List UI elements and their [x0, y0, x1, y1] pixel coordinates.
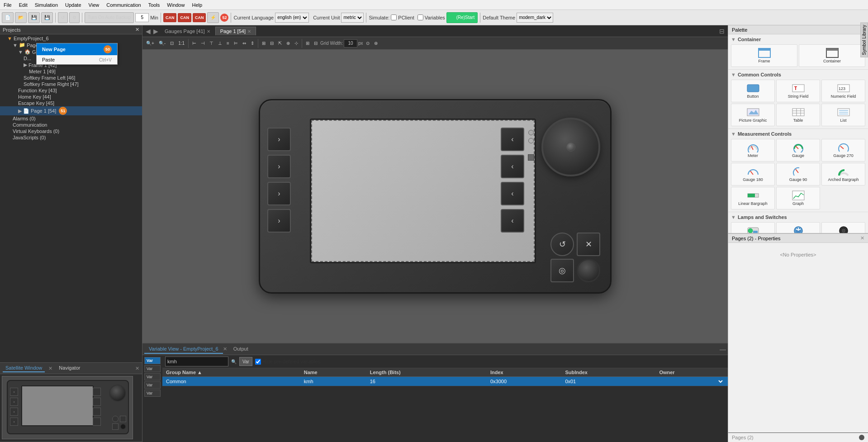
tree-communication[interactable]: Communication [0, 122, 142, 128]
align-bottom-button[interactable]: ⊨ [232, 38, 240, 48]
distribute-h-button[interactable]: ⇔ [241, 38, 248, 48]
palette-power-switch[interactable]: Power Switch [776, 222, 820, 233]
icon-btn-target[interactable]: ◎ [550, 259, 574, 282]
palette-gauge[interactable]: Gauge [776, 139, 820, 162]
menu-communication[interactable]: Communication [103, 1, 144, 9]
icon-btn-x[interactable]: ✕ [577, 233, 600, 256]
palette-gauge180[interactable]: Gauge 180 [731, 163, 775, 185]
align-middle-button[interactable]: ≡ [225, 38, 231, 48]
saveas-button[interactable]: 💾 [41, 12, 53, 23]
grid-width-input[interactable] [344, 39, 357, 48]
can3-button[interactable]: CAN [193, 13, 206, 22]
softkey-left-3[interactable]: › [267, 182, 291, 205]
palette-numeric-field[interactable]: 123 Numeric Field [821, 80, 865, 102]
menu-window[interactable]: Window [163, 1, 188, 9]
tab-page1[interactable]: Page 1 [54] ✕ [215, 27, 256, 35]
tab-nav-collapse[interactable]: ⊟ [718, 28, 726, 35]
var-btn-4[interactable]: Var [144, 381, 161, 389]
var-btn-2[interactable]: Var [144, 365, 161, 372]
ungroup-button[interactable]: ⊟ [268, 38, 275, 48]
can-settings-button[interactable]: ⚡ [207, 12, 219, 23]
ctx-new-page[interactable]: New Page 50 [37, 43, 117, 55]
variables-check[interactable]: Variables [417, 14, 445, 20]
icon-btn-joystick[interactable] [577, 259, 600, 282]
palette-linear-bargraph[interactable]: Linear Bargraph [731, 187, 775, 209]
size-button[interactable]: ⇱ [276, 38, 284, 48]
language-select[interactable]: english (en) [275, 13, 309, 23]
palette-string-field[interactable]: T String Field [776, 80, 820, 102]
bottom-panel-close[interactable]: — [720, 346, 726, 353]
palette-button[interactable]: Button [731, 80, 775, 102]
knob[interactable] [541, 118, 600, 176]
satellite-close[interactable]: ✕ [135, 366, 139, 371]
palette-push-switch[interactable]: Push Switch [821, 222, 865, 233]
var-search-button[interactable]: Var [239, 357, 252, 366]
tree-softkey-left[interactable]: Softkey Frame Left [46] [0, 75, 142, 81]
palette-graph[interactable]: Graph [776, 187, 820, 209]
tree-function-key[interactable]: Function Key [43] [0, 87, 142, 94]
align-right-button[interactable]: ⊤ [208, 38, 215, 48]
palette-picture-graphic[interactable]: Picture Graphic [731, 104, 775, 126]
tree-home-key[interactable]: Home Key [44] [0, 94, 142, 100]
tree-meter1[interactable]: Meter 1 [49] [0, 68, 142, 75]
grid-toggle-button[interactable]: ⊟ [312, 38, 319, 48]
tree-escape-key[interactable]: Escape Key [45] [0, 100, 142, 106]
softkey-right-1[interactable]: ‹ [501, 128, 524, 151]
pclient-check[interactable]: PClient [391, 14, 414, 20]
props-close[interactable]: ✕ [860, 235, 864, 241]
menu-help[interactable]: Help [188, 1, 206, 9]
settings-button[interactable]: ⚙ [69, 12, 80, 23]
can2-button[interactable]: CAN [178, 13, 191, 22]
theme-select[interactable]: modern_dark [517, 13, 553, 23]
softkey-left-2[interactable]: › [267, 155, 291, 178]
softkey-right-4[interactable]: ‹ [501, 209, 524, 233]
autobackup-button[interactable]: Turn On Auto Backup [85, 12, 134, 23]
grid-settings-button[interactable]: ⊞ [304, 38, 311, 48]
zoom-100-button[interactable]: 1:1 [176, 38, 186, 48]
tab-page1-close[interactable]: ✕ [247, 29, 251, 34]
palette-table[interactable]: Table [776, 104, 820, 126]
softkey-right-3[interactable]: ‹ [501, 182, 524, 205]
tree-softkey-right[interactable]: Softkey Frame Right [47] [0, 81, 142, 87]
menu-edit[interactable]: Edit [15, 1, 31, 9]
palette-arched-bargraph[interactable]: Arched Bargraph [821, 163, 865, 185]
palette-gauge90[interactable]: Gauge 90 [776, 163, 820, 185]
palette-lamp[interactable]: Lamp [731, 222, 775, 233]
menu-update[interactable]: Update [62, 1, 85, 9]
tab-gauges-close[interactable]: ✕ [207, 29, 210, 34]
backup-num-input[interactable] [135, 13, 149, 22]
var-search-input[interactable] [165, 356, 228, 366]
zoom-fit-button[interactable]: ⊡ [168, 38, 175, 48]
tab-nav-left[interactable]: ◀ [144, 28, 152, 35]
tree-virtual-keyboards[interactable]: Virtual Keyboards (0) [0, 128, 142, 134]
pos-button[interactable]: ⊕ [285, 38, 292, 48]
open-file-button[interactable]: 📂 [15, 12, 27, 23]
align-left-button[interactable]: ⊢ [190, 38, 198, 48]
palette-list[interactable]: List [821, 104, 865, 126]
restart-button[interactable]: (Re)Start [446, 12, 478, 23]
navigator-tab[interactable]: Navigator [56, 364, 83, 372]
refresh-button[interactable]: ↺ [58, 12, 68, 23]
symbol-library-tab[interactable]: Symbol Library [860, 23, 868, 57]
hide-predefined-check[interactable]: Hide pre-defined variables [255, 359, 320, 365]
zoom-out-button[interactable]: 🔍- [157, 38, 167, 48]
menu-view[interactable]: View [85, 1, 103, 9]
tab-output[interactable]: Output [229, 345, 253, 354]
menu-simulation[interactable]: Simulation [31, 1, 62, 9]
group-button[interactable]: ⊞ [260, 38, 267, 48]
tree-javascripts[interactable]: JavaScripts (0) [0, 134, 142, 141]
palette-frame[interactable]: Frame [731, 44, 797, 67]
projects-close[interactable]: ✕ [135, 27, 139, 33]
ctx-paste[interactable]: Paste Ctrl+V [37, 55, 117, 64]
softkey-right-2[interactable]: ‹ [501, 155, 524, 178]
tree-alarms[interactable]: Alarms (0) [0, 115, 142, 122]
snap-obj-button[interactable]: ⊛ [372, 38, 379, 48]
project-root[interactable]: ▼ EmptyProject_6 [0, 35, 142, 42]
var-btn-5[interactable]: Var [144, 390, 161, 397]
align-top-button[interactable]: ⊥ [216, 38, 224, 48]
new-file-button[interactable]: 📄 [2, 12, 14, 23]
snap-grid-button[interactable]: ⊙ [364, 38, 371, 48]
unit-select[interactable]: metric [341, 13, 364, 23]
distribute-v-button[interactable]: ⇕ [249, 38, 256, 48]
var-view-close[interactable]: ✕ [223, 346, 227, 352]
